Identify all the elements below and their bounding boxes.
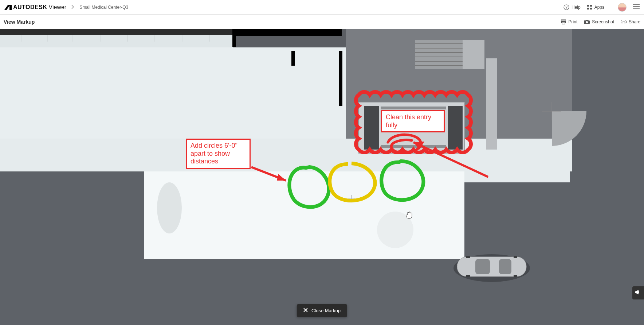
camera-icon [584, 20, 590, 24]
share-button[interactable]: Share [621, 19, 640, 24]
menu-button[interactable] [633, 4, 640, 11]
markup-text-entry[interactable]: Clean this entry fully [381, 110, 445, 132]
close-markup-button[interactable]: Close Markup [297, 304, 347, 317]
svg-rect-49 [463, 40, 484, 69]
subheader: View Markup Print Screenshot Share [0, 15, 644, 29]
markup-text-circles-content: Add circles 6'-0" apart to show distance… [191, 142, 237, 165]
markup-text-circles[interactable]: Add circles 6'-0" apart to show distance… [186, 139, 251, 169]
megaphone-icon [635, 289, 641, 297]
subheader-actions: Print Screenshot Share [561, 19, 640, 24]
floorplan-render [0, 29, 644, 325]
svg-point-14 [586, 21, 588, 23]
markup-text-entry-content: Clean this entry fully [386, 113, 431, 129]
brand-logo[interactable]: AUTODESK Viewer [4, 4, 66, 11]
svg-rect-23 [0, 139, 572, 171]
svg-rect-61 [466, 256, 470, 258]
svg-rect-59 [475, 259, 490, 274]
svg-rect-60 [499, 259, 511, 274]
user-avatar[interactable] [618, 3, 627, 12]
svg-rect-39 [448, 106, 463, 150]
link-icon [621, 20, 627, 24]
screenshot-button[interactable]: Screenshot [584, 19, 614, 24]
autodesk-logo-icon [4, 5, 12, 10]
svg-rect-13 [586, 20, 588, 21]
apps-grid-icon [587, 5, 592, 10]
help-button[interactable]: ? Help [564, 4, 581, 10]
print-icon [561, 19, 566, 24]
svg-rect-11 [562, 22, 565, 24]
svg-rect-4 [587, 8, 589, 9]
help-label: Help [572, 5, 581, 10]
brand-product: Viewer [49, 4, 67, 11]
header-right: ? Help Apps [564, 3, 640, 12]
svg-rect-40 [381, 107, 446, 109]
close-icon [303, 308, 308, 313]
svg-rect-35 [339, 51, 342, 106]
brand-name: AUTODESK [13, 4, 47, 11]
header-divider [611, 3, 611, 11]
share-label: Share [629, 19, 640, 24]
svg-rect-58 [457, 257, 526, 276]
svg-rect-5 [590, 8, 592, 9]
page-title: View Markup [4, 19, 35, 25]
svg-rect-50 [486, 58, 497, 150]
feedback-button[interactable] [632, 286, 644, 299]
app-header: AUTODESK Viewer Small Medical Center-Q3 … [0, 0, 644, 15]
close-markup-label: Close Markup [311, 308, 341, 313]
viewer-canvas[interactable]: Add circles 6'-0" apart to show distance… [0, 29, 644, 325]
apps-label: Apps [594, 5, 604, 10]
breadcrumb-filename[interactable]: Small Medical Center-Q3 [79, 5, 128, 10]
svg-rect-36 [291, 51, 295, 66]
svg-rect-63 [514, 256, 517, 258]
svg-rect-2 [587, 5, 589, 7]
svg-rect-62 [466, 275, 470, 277]
svg-rect-42 [415, 40, 463, 69]
svg-rect-34 [232, 36, 236, 47]
screenshot-label: Screenshot [592, 19, 614, 24]
apps-button[interactable]: Apps [587, 5, 604, 10]
svg-text:?: ? [565, 5, 568, 9]
svg-point-53 [157, 182, 182, 233]
svg-rect-33 [232, 29, 342, 36]
print-label: Print [569, 19, 578, 24]
help-icon: ? [564, 4, 569, 10]
print-button[interactable]: Print [561, 19, 578, 24]
svg-rect-64 [514, 275, 517, 277]
svg-rect-9 [562, 19, 565, 21]
svg-rect-38 [364, 106, 379, 150]
chevron-right-icon [71, 4, 74, 10]
svg-rect-24 [0, 29, 233, 35]
pan-cursor-icon [405, 211, 413, 220]
header-left: AUTODESK Viewer Small Medical Center-Q3 [4, 4, 128, 11]
svg-rect-3 [590, 5, 592, 7]
